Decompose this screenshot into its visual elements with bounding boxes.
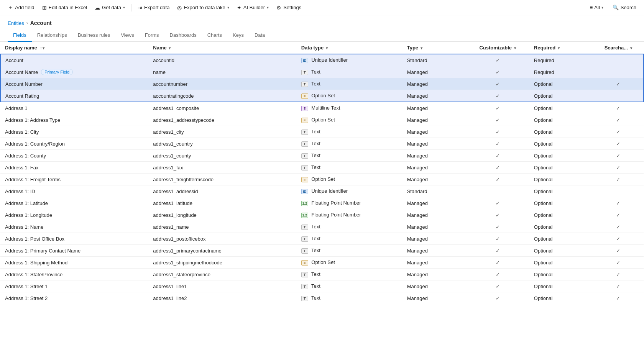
dtype-icon: ≡	[301, 93, 308, 99]
searchable-check: ✓	[616, 284, 620, 289]
add-field-button[interactable]: ＋ Add field	[5, 3, 38, 13]
table-row[interactable]: Address 1: Latitude ··· address1_latitud…	[0, 197, 644, 209]
table-row[interactable]: Address 1: Primary Contact Name ··· addr…	[0, 245, 644, 257]
cell-datatype: ≡ Option Set	[297, 257, 402, 269]
dtype-label: Text	[311, 69, 320, 75]
tab-views[interactable]: Views	[115, 29, 139, 42]
displayname-text: Account Number	[5, 81, 43, 87]
table-row[interactable]: Address 1: Address Type ··· address1_add…	[0, 114, 644, 126]
table-row[interactable]: Account Name Primary Field ··· name T Te…	[0, 66, 644, 78]
table-row[interactable]: Account Number ··· accountnumber T Text …	[0, 78, 644, 90]
table-row[interactable]: Address 1 ··· address1_composite ¶ Multi…	[0, 102, 644, 114]
dtype-icon: ≡	[301, 118, 308, 123]
required-value: Optional	[534, 81, 552, 87]
cell-customizable: ✓	[466, 162, 529, 174]
all-filter-button[interactable]: ≡ All ▾	[587, 3, 606, 12]
required-value: Optional	[534, 260, 552, 266]
toolbar-right: ≡ All ▾ 🔍 Search	[587, 3, 639, 12]
cell-required: Optional	[529, 209, 593, 221]
table-row[interactable]: Address 1: Street 2 ··· address1_line2 T…	[0, 292, 644, 304]
searchable-check: ✓	[616, 141, 620, 147]
cell-datatype: T Text	[297, 66, 402, 78]
dtype-label: Text	[311, 295, 320, 301]
searchable-check: ✓	[616, 260, 620, 266]
tab-dashboards[interactable]: Dashboards	[164, 29, 202, 42]
col-header-datatype[interactable]: Data type ▾	[297, 42, 402, 54]
table-row[interactable]: Address 1: Freight Terms ··· address1_fr…	[0, 174, 644, 185]
cell-name: accountid	[148, 54, 296, 66]
cell-name: address1_freighttermscode	[148, 174, 296, 185]
cell-customizable: ✓	[466, 257, 529, 269]
table-row[interactable]: Address 1: Name ··· address1_name T Text…	[0, 221, 644, 233]
dtype-label: Unique Identifier	[311, 188, 348, 194]
search-button[interactable]: 🔍 Search	[610, 3, 639, 12]
tab-business-rules[interactable]: Business rules	[72, 29, 116, 42]
table-row[interactable]: Address 1: ID ··· address1_addressid ID …	[0, 185, 644, 197]
searchable-check: ✓	[616, 236, 620, 242]
cell-required: Optional	[529, 245, 593, 257]
col-header-displayname[interactable]: Display name ↑▾	[0, 42, 148, 54]
export-data-button[interactable]: ⇥ Export data	[135, 3, 173, 12]
cell-customizable: ✓	[466, 150, 529, 162]
cell-type: Managed	[402, 138, 466, 150]
table-row[interactable]: Account ··· accountid ID Unique Identifi…	[0, 54, 644, 66]
customizable-check: ✓	[496, 248, 500, 254]
dtype-icon: T	[301, 141, 308, 147]
cell-searchable: ✓	[593, 209, 644, 221]
searchable-check: ✓	[616, 153, 620, 159]
export-lake-button[interactable]: ◎ Export to data lake ▾	[174, 3, 232, 12]
table-row[interactable]: Account Rating ··· accountratingcode ≡ O…	[0, 90, 644, 102]
cell-datatype: T Text	[297, 138, 402, 150]
table-row[interactable]: Address 1: State/Province ··· address1_s…	[0, 269, 644, 280]
customizable-check: ✓	[496, 224, 500, 230]
tab-data[interactable]: Data	[249, 29, 270, 42]
table-row[interactable]: Address 1: Post Office Box ··· address1_…	[0, 233, 644, 245]
dtype-icon: 1.2	[301, 201, 308, 206]
displayname-text: Account Rating	[5, 93, 39, 99]
cell-datatype: ≡ Option Set	[297, 90, 402, 102]
cell-datatype: T Text	[297, 221, 402, 233]
cell-datatype: ≡ Option Set	[297, 114, 402, 126]
displayname-text: Address 1: Longitude	[5, 212, 52, 218]
table-row[interactable]: Address 1: Longitude ··· address1_longit…	[0, 209, 644, 221]
cell-name: address1_shippingmethodcode	[148, 257, 296, 269]
table-row[interactable]: Address 1: Fax ··· address1_fax T Text M…	[0, 162, 644, 174]
cell-required: Optional	[529, 257, 593, 269]
breadcrumb: Entities › Account	[0, 15, 644, 29]
tab-fields[interactable]: Fields	[8, 29, 32, 42]
table-row[interactable]: Address 1: City ··· address1_city T Text…	[0, 126, 644, 138]
breadcrumb-entities[interactable]: Entities	[8, 20, 24, 26]
customizable-check: ✓	[496, 153, 500, 159]
tab-relationships[interactable]: Relationships	[32, 29, 72, 42]
edit-excel-button[interactable]: ⊞ Edit data in Excel	[39, 3, 90, 12]
required-value: Optional	[534, 189, 552, 194]
col-header-required[interactable]: Required ▾	[529, 42, 593, 54]
cell-datatype: ¶ Multiline Text	[297, 102, 402, 114]
cell-type: Managed	[402, 233, 466, 245]
table-row[interactable]: Address 1: Country/Region ··· address1_c…	[0, 138, 644, 150]
cell-name: address1_line2	[148, 292, 296, 304]
tab-charts[interactable]: Charts	[202, 29, 227, 42]
dtype-label: Option Set	[311, 176, 335, 182]
displayname-text: Address 1: County	[5, 153, 46, 159]
col-header-type[interactable]: Type ▾	[402, 42, 466, 54]
tab-keys[interactable]: Keys	[227, 29, 249, 42]
cell-searchable: ✓	[593, 138, 644, 150]
col-header-searchable[interactable]: Searcha... ▾	[593, 42, 644, 54]
cell-name: name	[148, 66, 296, 78]
dtype-label: Multiline Text	[311, 105, 340, 111]
tab-forms[interactable]: Forms	[140, 29, 164, 42]
table-row[interactable]: Address 1: Shipping Method ··· address1_…	[0, 257, 644, 269]
cell-type: Managed	[402, 66, 466, 78]
required-value: Optional	[534, 165, 552, 170]
col-header-customizable[interactable]: Customizable ▾	[466, 42, 529, 54]
filter-icon-datatype: ▾	[326, 46, 328, 50]
table-row[interactable]: Address 1: Street 1 ··· address1_line1 T…	[0, 280, 644, 292]
cell-type: Managed	[402, 114, 466, 126]
table-row[interactable]: Address 1: County ··· address1_county T …	[0, 150, 644, 162]
get-data-button[interactable]: ☁ Get data ▾	[92, 3, 128, 12]
displayname-text: Account	[5, 57, 23, 63]
col-header-name[interactable]: Name ▾	[148, 42, 296, 54]
settings-button[interactable]: ⚙ Settings	[273, 3, 304, 12]
ai-builder-button[interactable]: ✦ AI Builder ▾	[234, 3, 272, 12]
